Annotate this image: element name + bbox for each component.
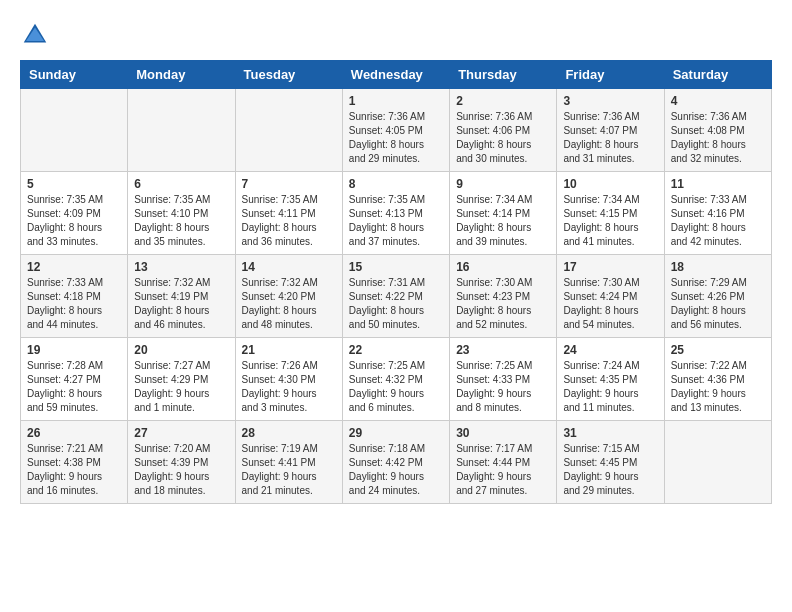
calendar-cell: 12Sunrise: 7:33 AM Sunset: 4:18 PM Dayli… bbox=[21, 255, 128, 338]
day-info: Sunrise: 7:19 AM Sunset: 4:41 PM Dayligh… bbox=[242, 442, 336, 498]
day-number: 9 bbox=[456, 177, 550, 191]
calendar-cell: 13Sunrise: 7:32 AM Sunset: 4:19 PM Dayli… bbox=[128, 255, 235, 338]
day-info: Sunrise: 7:26 AM Sunset: 4:30 PM Dayligh… bbox=[242, 359, 336, 415]
calendar-cell: 29Sunrise: 7:18 AM Sunset: 4:42 PM Dayli… bbox=[342, 421, 449, 504]
calendar-cell bbox=[664, 421, 771, 504]
day-number: 3 bbox=[563, 94, 657, 108]
day-info: Sunrise: 7:31 AM Sunset: 4:22 PM Dayligh… bbox=[349, 276, 443, 332]
day-number: 4 bbox=[671, 94, 765, 108]
calendar-header: SundayMondayTuesdayWednesdayThursdayFrid… bbox=[21, 61, 772, 89]
calendar-cell: 31Sunrise: 7:15 AM Sunset: 4:45 PM Dayli… bbox=[557, 421, 664, 504]
day-info: Sunrise: 7:18 AM Sunset: 4:42 PM Dayligh… bbox=[349, 442, 443, 498]
day-info: Sunrise: 7:30 AM Sunset: 4:23 PM Dayligh… bbox=[456, 276, 550, 332]
calendar-cell: 27Sunrise: 7:20 AM Sunset: 4:39 PM Dayli… bbox=[128, 421, 235, 504]
calendar-cell: 9Sunrise: 7:34 AM Sunset: 4:14 PM Daylig… bbox=[450, 172, 557, 255]
day-info: Sunrise: 7:17 AM Sunset: 4:44 PM Dayligh… bbox=[456, 442, 550, 498]
day-info: Sunrise: 7:35 AM Sunset: 4:10 PM Dayligh… bbox=[134, 193, 228, 249]
day-number: 26 bbox=[27, 426, 121, 440]
calendar-cell: 16Sunrise: 7:30 AM Sunset: 4:23 PM Dayli… bbox=[450, 255, 557, 338]
calendar-cell: 23Sunrise: 7:25 AM Sunset: 4:33 PM Dayli… bbox=[450, 338, 557, 421]
day-number: 18 bbox=[671, 260, 765, 274]
day-number: 14 bbox=[242, 260, 336, 274]
day-info: Sunrise: 7:36 AM Sunset: 4:06 PM Dayligh… bbox=[456, 110, 550, 166]
calendar-cell: 20Sunrise: 7:27 AM Sunset: 4:29 PM Dayli… bbox=[128, 338, 235, 421]
calendar-cell: 10Sunrise: 7:34 AM Sunset: 4:15 PM Dayli… bbox=[557, 172, 664, 255]
calendar-cell bbox=[128, 89, 235, 172]
day-number: 21 bbox=[242, 343, 336, 357]
weekday-header-sunday: Sunday bbox=[21, 61, 128, 89]
calendar-cell: 30Sunrise: 7:17 AM Sunset: 4:44 PM Dayli… bbox=[450, 421, 557, 504]
page-header bbox=[20, 20, 772, 50]
calendar-cell: 18Sunrise: 7:29 AM Sunset: 4:26 PM Dayli… bbox=[664, 255, 771, 338]
calendar-table: SundayMondayTuesdayWednesdayThursdayFrid… bbox=[20, 60, 772, 504]
day-info: Sunrise: 7:36 AM Sunset: 4:08 PM Dayligh… bbox=[671, 110, 765, 166]
calendar-cell bbox=[21, 89, 128, 172]
day-info: Sunrise: 7:29 AM Sunset: 4:26 PM Dayligh… bbox=[671, 276, 765, 332]
day-number: 12 bbox=[27, 260, 121, 274]
day-number: 27 bbox=[134, 426, 228, 440]
day-number: 29 bbox=[349, 426, 443, 440]
calendar-week-3: 12Sunrise: 7:33 AM Sunset: 4:18 PM Dayli… bbox=[21, 255, 772, 338]
day-number: 2 bbox=[456, 94, 550, 108]
day-number: 15 bbox=[349, 260, 443, 274]
day-info: Sunrise: 7:28 AM Sunset: 4:27 PM Dayligh… bbox=[27, 359, 121, 415]
day-number: 16 bbox=[456, 260, 550, 274]
day-number: 8 bbox=[349, 177, 443, 191]
day-info: Sunrise: 7:27 AM Sunset: 4:29 PM Dayligh… bbox=[134, 359, 228, 415]
calendar-cell bbox=[235, 89, 342, 172]
day-info: Sunrise: 7:20 AM Sunset: 4:39 PM Dayligh… bbox=[134, 442, 228, 498]
day-info: Sunrise: 7:32 AM Sunset: 4:20 PM Dayligh… bbox=[242, 276, 336, 332]
day-info: Sunrise: 7:32 AM Sunset: 4:19 PM Dayligh… bbox=[134, 276, 228, 332]
day-number: 24 bbox=[563, 343, 657, 357]
calendar-cell: 8Sunrise: 7:35 AM Sunset: 4:13 PM Daylig… bbox=[342, 172, 449, 255]
day-info: Sunrise: 7:30 AM Sunset: 4:24 PM Dayligh… bbox=[563, 276, 657, 332]
day-number: 11 bbox=[671, 177, 765, 191]
calendar-cell: 15Sunrise: 7:31 AM Sunset: 4:22 PM Dayli… bbox=[342, 255, 449, 338]
weekday-header-wednesday: Wednesday bbox=[342, 61, 449, 89]
calendar-cell: 26Sunrise: 7:21 AM Sunset: 4:38 PM Dayli… bbox=[21, 421, 128, 504]
logo-icon bbox=[20, 20, 50, 50]
day-info: Sunrise: 7:24 AM Sunset: 4:35 PM Dayligh… bbox=[563, 359, 657, 415]
calendar-cell: 28Sunrise: 7:19 AM Sunset: 4:41 PM Dayli… bbox=[235, 421, 342, 504]
calendar-cell: 14Sunrise: 7:32 AM Sunset: 4:20 PM Dayli… bbox=[235, 255, 342, 338]
calendar-week-5: 26Sunrise: 7:21 AM Sunset: 4:38 PM Dayli… bbox=[21, 421, 772, 504]
calendar-cell: 3Sunrise: 7:36 AM Sunset: 4:07 PM Daylig… bbox=[557, 89, 664, 172]
weekday-header-friday: Friday bbox=[557, 61, 664, 89]
day-number: 7 bbox=[242, 177, 336, 191]
weekday-header-tuesday: Tuesday bbox=[235, 61, 342, 89]
day-number: 23 bbox=[456, 343, 550, 357]
day-info: Sunrise: 7:35 AM Sunset: 4:11 PM Dayligh… bbox=[242, 193, 336, 249]
weekday-header-saturday: Saturday bbox=[664, 61, 771, 89]
day-number: 19 bbox=[27, 343, 121, 357]
calendar-cell: 11Sunrise: 7:33 AM Sunset: 4:16 PM Dayli… bbox=[664, 172, 771, 255]
day-number: 5 bbox=[27, 177, 121, 191]
day-info: Sunrise: 7:36 AM Sunset: 4:05 PM Dayligh… bbox=[349, 110, 443, 166]
day-info: Sunrise: 7:33 AM Sunset: 4:18 PM Dayligh… bbox=[27, 276, 121, 332]
day-info: Sunrise: 7:34 AM Sunset: 4:14 PM Dayligh… bbox=[456, 193, 550, 249]
day-info: Sunrise: 7:25 AM Sunset: 4:33 PM Dayligh… bbox=[456, 359, 550, 415]
day-info: Sunrise: 7:21 AM Sunset: 4:38 PM Dayligh… bbox=[27, 442, 121, 498]
day-number: 17 bbox=[563, 260, 657, 274]
calendar-cell: 19Sunrise: 7:28 AM Sunset: 4:27 PM Dayli… bbox=[21, 338, 128, 421]
day-info: Sunrise: 7:22 AM Sunset: 4:36 PM Dayligh… bbox=[671, 359, 765, 415]
weekday-header-thursday: Thursday bbox=[450, 61, 557, 89]
calendar-cell: 24Sunrise: 7:24 AM Sunset: 4:35 PM Dayli… bbox=[557, 338, 664, 421]
day-number: 25 bbox=[671, 343, 765, 357]
logo bbox=[20, 20, 54, 50]
weekday-header-row: SundayMondayTuesdayWednesdayThursdayFrid… bbox=[21, 61, 772, 89]
day-number: 1 bbox=[349, 94, 443, 108]
day-number: 13 bbox=[134, 260, 228, 274]
weekday-header-monday: Monday bbox=[128, 61, 235, 89]
calendar-cell: 6Sunrise: 7:35 AM Sunset: 4:10 PM Daylig… bbox=[128, 172, 235, 255]
day-number: 20 bbox=[134, 343, 228, 357]
day-info: Sunrise: 7:36 AM Sunset: 4:07 PM Dayligh… bbox=[563, 110, 657, 166]
calendar-cell: 22Sunrise: 7:25 AM Sunset: 4:32 PM Dayli… bbox=[342, 338, 449, 421]
calendar-cell: 2Sunrise: 7:36 AM Sunset: 4:06 PM Daylig… bbox=[450, 89, 557, 172]
calendar-cell: 1Sunrise: 7:36 AM Sunset: 4:05 PM Daylig… bbox=[342, 89, 449, 172]
calendar-cell: 25Sunrise: 7:22 AM Sunset: 4:36 PM Dayli… bbox=[664, 338, 771, 421]
day-info: Sunrise: 7:15 AM Sunset: 4:45 PM Dayligh… bbox=[563, 442, 657, 498]
day-info: Sunrise: 7:33 AM Sunset: 4:16 PM Dayligh… bbox=[671, 193, 765, 249]
day-number: 22 bbox=[349, 343, 443, 357]
calendar-cell: 4Sunrise: 7:36 AM Sunset: 4:08 PM Daylig… bbox=[664, 89, 771, 172]
day-number: 30 bbox=[456, 426, 550, 440]
